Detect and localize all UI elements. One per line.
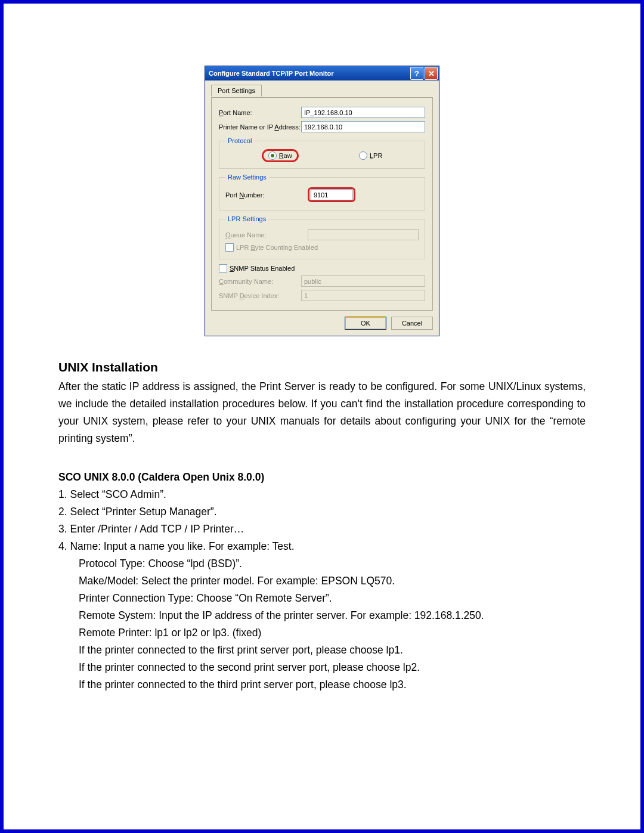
- raw-highlight: Raw: [262, 149, 299, 162]
- port-number-input[interactable]: [311, 189, 352, 200]
- subsection-heading: SCO UNIX 8.0.0 (Caldera Open Unix 8.0.0): [58, 471, 586, 484]
- lpr-byte-checkbox[interactable]: [225, 243, 234, 252]
- port-number-label: Port Number:: [225, 191, 308, 199]
- help-button[interactable]: ?: [410, 67, 423, 80]
- snmp-label: SNMP Status Enabled: [230, 265, 295, 272]
- lpr-settings-legend: LPR Settings: [225, 215, 268, 222]
- document-page: Configure Standard TCP/IP Port Monitor ?…: [0, 0, 644, 833]
- port-name-input[interactable]: [301, 107, 425, 118]
- section-paragraph: After the static IP address is assigned,…: [58, 378, 586, 447]
- protocol-legend: Protocol: [225, 137, 254, 144]
- port-name-label: Port Name:: [219, 109, 301, 116]
- queue-name-input: [308, 229, 419, 240]
- step-4e: Remote Printer: lp1 or lp2 or lp3. (fixe…: [58, 624, 586, 642]
- community-label: Community Name:: [219, 278, 301, 285]
- step-4b: Make/Model: Select the printer model. Fo…: [58, 572, 586, 590]
- step-4f: If the printer connected to the first pr…: [58, 642, 586, 659]
- protocol-group: Protocol Raw LPR: [219, 137, 425, 169]
- step-4c: Printer Connection Type: Choose “On Remo…: [58, 590, 586, 607]
- community-input: [301, 275, 425, 287]
- dialog-titlebar: Configure Standard TCP/IP Port Monitor ?…: [205, 66, 439, 80]
- step-4g: If the printer connected to the second p…: [58, 659, 586, 676]
- device-index-input: [301, 290, 425, 301]
- port-number-highlight: [308, 187, 355, 202]
- raw-settings-group: Raw Settings Port Number:: [219, 174, 425, 210]
- step-4: 4. Name: Input a name you like. For exam…: [58, 538, 586, 555]
- section-heading: UNIX Installation: [58, 360, 586, 374]
- raw-settings-legend: Raw Settings: [225, 174, 269, 181]
- lpr-settings-group: LPR Settings Queue Name: LPR Byte Counti…: [219, 215, 425, 259]
- step-1: 1. Select “SCO Admin”.: [58, 486, 586, 503]
- step-4h: If the printer connected to the third pr…: [58, 676, 586, 693]
- tab-port-settings[interactable]: Port Settings: [211, 85, 262, 97]
- step-4a: Protocol Type: Choose “lpd (BSD)”.: [58, 555, 586, 572]
- printer-address-label: Printer Name or IP Address:: [219, 123, 301, 131]
- printer-address-input[interactable]: [301, 121, 425, 132]
- protocol-raw-radio[interactable]: Raw: [268, 151, 292, 160]
- step-3: 3. Enter /Printer / Add TCP / IP Printer…: [58, 521, 586, 538]
- radio-dot-icon: [359, 151, 367, 160]
- tcpip-port-dialog: Configure Standard TCP/IP Port Monitor ?…: [205, 66, 439, 336]
- protocol-lpr-radio[interactable]: LPR: [359, 151, 382, 160]
- queue-name-label: Queue Name:: [225, 231, 308, 239]
- ok-button[interactable]: OK: [345, 317, 386, 330]
- steps-list: 1. Select “SCO Admin”. 2. Select “Printe…: [58, 486, 586, 693]
- device-index-label: SNMP Device Index:: [219, 292, 301, 299]
- snmp-checkbox[interactable]: [219, 264, 227, 272]
- cancel-button[interactable]: Cancel: [391, 317, 433, 330]
- step-2: 2. Select “Printer Setup Manager”.: [58, 503, 586, 521]
- lpr-byte-label: LPR Byte Counting Enabled: [236, 244, 318, 251]
- dialog-title: Configure Standard TCP/IP Port Monitor: [209, 70, 409, 77]
- radio-dot-icon: [268, 151, 277, 160]
- step-4d: Remote System: Input the IP address of t…: [58, 607, 586, 624]
- close-button[interactable]: ✕: [425, 67, 438, 80]
